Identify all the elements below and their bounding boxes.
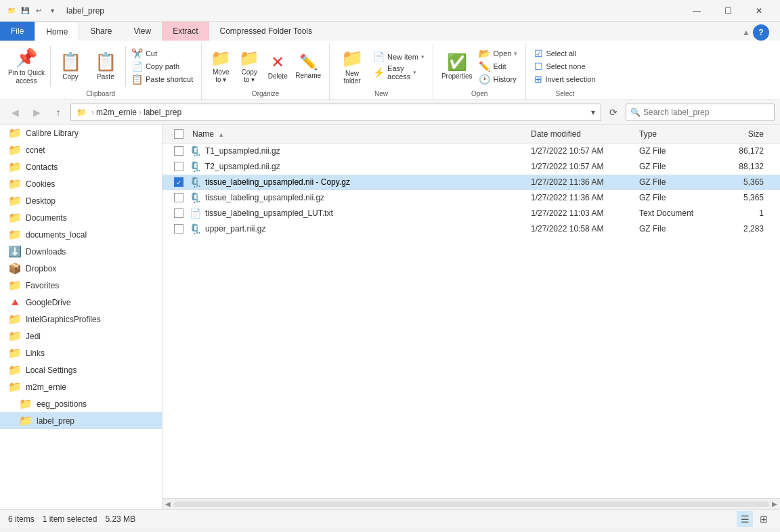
col-header-name[interactable]: Name ▲ xyxy=(190,129,531,139)
delete-button[interactable]: ✕ Delete xyxy=(264,43,291,89)
sidebar-item-jedi[interactable]: 📁 Jedi xyxy=(0,328,162,345)
large-icons-view-button[interactable]: ⊞ xyxy=(756,511,772,527)
paste-shortcut-button[interactable]: 📋 Paste shortcut xyxy=(129,73,196,85)
back-button[interactable]: ◀ xyxy=(5,103,24,122)
file-checkbox[interactable] xyxy=(174,224,183,234)
sidebar-item-links[interactable]: 📁 Links xyxy=(0,345,162,361)
refresh-button[interactable]: ⟳ xyxy=(604,103,623,122)
close-button[interactable]: ✕ xyxy=(743,0,775,22)
search-box: 🔍 xyxy=(626,104,775,121)
sidebar-item-intel[interactable]: 📁 IntelGraphicsProfiles xyxy=(0,311,162,328)
tab-compressed[interactable]: Compressed Folder Tools xyxy=(209,22,324,41)
tab-home[interactable]: Home xyxy=(35,22,79,41)
easy-access-button[interactable]: ⚡ Easyaccess ▾ xyxy=(370,64,427,81)
hscroll-track xyxy=(173,502,769,507)
links-label: Links xyxy=(26,349,45,358)
hscroll-right[interactable]: ▶ xyxy=(772,500,777,508)
sidebar-item-downloads[interactable]: ⬇️ Downloads xyxy=(0,243,162,260)
sidebar-item-favorites[interactable]: 📁 Favorites xyxy=(0,277,162,294)
search-input[interactable] xyxy=(643,108,770,117)
open-small-buttons: 📂 Open ▾ ✏️ Edit 🕑 History xyxy=(476,47,520,85)
new-folder-button[interactable]: 📁 Newfolder xyxy=(335,43,369,89)
pin-to-quick-access-button[interactable]: 📌 Pin to Quickaccess xyxy=(5,43,47,89)
address-path[interactable]: 📁 › m2m_ernie › label_prep ▾ xyxy=(70,104,601,121)
col-header-size[interactable]: Size xyxy=(720,129,775,139)
history-button[interactable]: 🕑 History xyxy=(476,73,520,85)
ribbon-group-organize: 📁 Moveto ▾ 📁 Copyto ▾ ✕ Delete ✏️ Rename… xyxy=(202,43,330,99)
sidebar-item-ccnet[interactable]: 📁 ccnet xyxy=(0,141,162,158)
col-header-type[interactable]: Type xyxy=(639,129,720,139)
file-date: 1/27/2022 10:57 AM xyxy=(531,162,639,171)
file-name: tissue_labeling_upsampled.nii.gz xyxy=(205,193,531,202)
file-row[interactable]: 🗜️ tissue_labeling_upsampled.nii.gz 1/27… xyxy=(162,190,780,206)
col-header-date[interactable]: Date modified xyxy=(531,129,639,139)
maximize-button[interactable]: ☐ xyxy=(712,0,743,22)
file-checkbox[interactable]: ✓ xyxy=(174,177,183,187)
select-none-button[interactable]: ☐ Select none xyxy=(532,60,598,72)
sidebar-item-dropbox[interactable]: 📦 Dropbox xyxy=(0,260,162,277)
file-row[interactable]: 📄 tissue_labeling_upsampled_LUT.txt 1/27… xyxy=(162,206,780,221)
sidebar-item-cookies[interactable]: 📁 Cookies xyxy=(0,175,162,192)
copy-button[interactable]: 📋 Copy xyxy=(53,43,87,89)
status-bar: 6 items 1 item selected 5.23 MB ☰ ⊞ xyxy=(0,509,780,528)
sidebar-item-m2m[interactable]: 📁 m2m_ernie xyxy=(0,378,162,395)
file-checkbox[interactable] xyxy=(174,193,183,202)
tab-share[interactable]: Share xyxy=(79,22,123,41)
minimize-button[interactable]: — xyxy=(681,0,712,22)
sidebar-item-desktop[interactable]: 📁 Desktop xyxy=(0,192,162,209)
tab-extract[interactable]: Extract xyxy=(162,22,209,41)
help-button[interactable]: ? xyxy=(753,24,769,41)
sidebar-item-local-settings[interactable]: 📁 Local Settings xyxy=(0,361,162,378)
details-view-button[interactable]: ☰ xyxy=(737,511,753,527)
open-button[interactable]: 📂 Open ▾ xyxy=(476,47,520,60)
file-row[interactable]: 🗜️ upper_part.nii.gz 1/27/2022 10:58 AM … xyxy=(162,221,780,237)
dropbox-folder-icon: 📦 xyxy=(8,262,22,275)
cut-button[interactable]: ✂️ Cut xyxy=(129,47,196,60)
ribbon-group-open: ✅ Properties 📂 Open ▾ ✏️ Edit 🕑 History xyxy=(433,43,527,99)
file-checkbox[interactable] xyxy=(174,146,183,156)
tab-file[interactable]: File xyxy=(0,22,35,41)
sidebar-item-documents[interactable]: 📁 Documents xyxy=(0,209,162,226)
sidebar-item-contacts[interactable]: 📁 Contacts xyxy=(0,158,162,175)
edit-button[interactable]: ✏️ Edit xyxy=(476,60,520,72)
copy-path-button[interactable]: 📄 Copy path xyxy=(129,60,196,72)
links-folder-icon: 📁 xyxy=(8,347,22,359)
file-list-header: Name ▲ Date modified Type Size xyxy=(162,125,780,143)
invert-label: Invert selection xyxy=(545,75,595,83)
dropdown-icon[interactable]: ▾ xyxy=(46,5,58,17)
sidebar-item-eeg[interactable]: 📁 eeg_positions xyxy=(0,395,162,412)
file-row[interactable]: 🗜️ T2_upsampled.nii.gz 1/27/2022 10:57 A… xyxy=(162,159,780,175)
horizontal-scrollbar[interactable]: ◀ ▶ xyxy=(162,498,780,509)
new-item-button[interactable]: 📄 New item ▾ xyxy=(370,51,427,63)
paste-icon: 📋 xyxy=(95,51,116,72)
hscroll-left[interactable]: ◀ xyxy=(165,500,171,508)
calibre-label: Calibre Library xyxy=(26,129,79,138)
file-checkbox[interactable] xyxy=(174,162,183,171)
dropbox-label: Dropbox xyxy=(26,264,56,273)
sidebar-item-calibre[interactable]: 📁 Calibre Library xyxy=(0,125,162,141)
header-checkbox[interactable] xyxy=(174,129,183,139)
paste-button[interactable]: 📋 Paste xyxy=(89,43,123,89)
rename-button[interactable]: ✏️ Rename xyxy=(292,43,324,89)
move-to-button[interactable]: 📁 Moveto ▾ xyxy=(207,43,234,89)
file-row[interactable]: 🗜️ T1_upsampled.nii.gz 1/27/2022 10:57 A… xyxy=(162,143,780,159)
pin-icon: 📌 xyxy=(16,47,37,68)
invert-selection-button[interactable]: ⊞ Invert selection xyxy=(532,73,598,85)
select-all-button[interactable]: ☑ Select all xyxy=(532,47,598,60)
copy-to-button[interactable]: 📁 Copyto ▾ xyxy=(236,43,263,89)
sidebar-item-label-prep[interactable]: 📁 label_prep xyxy=(0,412,162,429)
file-type-icon: 📄 xyxy=(190,208,201,219)
sidebar-item-documents-local[interactable]: 📁 documents_local xyxy=(0,226,162,243)
path-dropdown-button[interactable]: ▾ xyxy=(591,108,595,117)
forward-button[interactable]: ▶ xyxy=(27,103,46,122)
file-checkbox[interactable] xyxy=(174,208,183,218)
properties-button[interactable]: ✅ Properties xyxy=(439,43,475,89)
file-size: 5,365 xyxy=(720,177,775,187)
file-type: GZ File xyxy=(639,146,720,156)
file-type-icon: 🗜️ xyxy=(190,223,201,234)
ribbon-collapse-icon[interactable]: ▲ xyxy=(742,28,750,37)
sidebar-item-googledrive[interactable]: 🔺 GoogleDrive xyxy=(0,294,162,311)
up-button[interactable]: ↑ xyxy=(49,103,68,122)
file-row[interactable]: ✓ 🗜️ tissue_labeling_upsampled.nii - Cop… xyxy=(162,175,780,190)
tab-view[interactable]: View xyxy=(123,22,162,41)
